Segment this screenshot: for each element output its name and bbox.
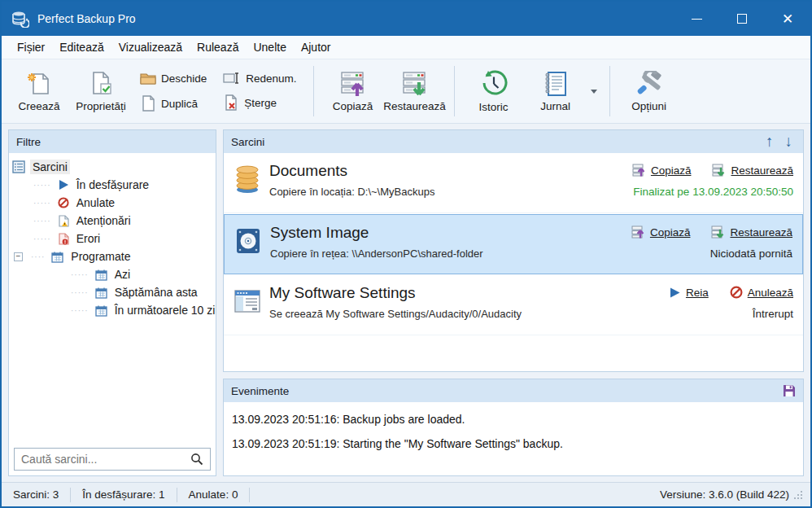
hard-drive-icon	[234, 224, 265, 256]
task-row-my-software-settings[interactable]: My Software Settings Se creează My Softw…	[224, 275, 803, 335]
tree-item-label: Săptămâna asta	[112, 285, 200, 300]
move-up-icon[interactable]: ↑	[766, 133, 774, 151]
task-row-documents[interactable]: Documents Copiere în locația: D:\~\MyBac…	[224, 153, 803, 213]
tree-item-label: Erori	[74, 231, 103, 246]
tree-item-warnings[interactable]: ····· Atenționări	[12, 212, 212, 230]
backup-link[interactable]: Copiază	[632, 164, 692, 177]
restore-mini-icon	[712, 164, 726, 177]
duplicate-button[interactable]: Duplică	[137, 94, 210, 113]
task-row-system-image[interactable]: System Image Copiere în rețea: \\Anderso…	[224, 214, 803, 274]
cancel-link-label: Anulează	[748, 287, 793, 299]
save-events-button[interactable]	[783, 384, 796, 397]
duplicate-button-label: Duplică	[161, 98, 198, 110]
rename-button-label: Redenum.	[246, 72, 296, 85]
tree-item-scheduled[interactable]: − ···· Programate	[12, 247, 212, 265]
tree-connector: ·····	[33, 199, 51, 208]
filters-tree: Sarcini ····· În desfășurare ·····	[9, 153, 216, 443]
task-actions-area: Reia Anulează	[525, 284, 793, 320]
tasks-panel-header: Sarcini ↑ ↓	[224, 130, 803, 153]
delete-button[interactable]: Șterge	[220, 93, 299, 112]
resize-grip[interactable]	[794, 491, 802, 499]
open-button[interactable]: Deschide	[137, 69, 210, 87]
play-icon	[58, 179, 69, 190]
maximize-icon	[737, 14, 747, 24]
resume-link[interactable]: Reia	[669, 287, 709, 299]
tree-connector: ·····	[33, 217, 51, 226]
menu-tools[interactable]: Unelte	[246, 37, 293, 57]
menu-edit[interactable]: Editează	[52, 37, 111, 57]
menu-run[interactable]: Rulează	[190, 37, 246, 57]
history-clock-icon	[480, 70, 508, 98]
restore-link[interactable]: Restaurează	[712, 164, 793, 177]
rename-button[interactable]: Redenum.	[220, 70, 299, 86]
options-button[interactable]: Opțiuni	[618, 64, 680, 119]
events-log[interactable]: 13.09.2023 20:51:16: Backup jobs are loa…	[224, 402, 803, 475]
properties-button[interactable]: Proprietăți	[70, 64, 132, 119]
restore-link[interactable]: Restaurează	[711, 226, 792, 239]
cancel-icon	[730, 286, 743, 299]
close-button[interactable]: ✕	[765, 2, 810, 36]
database-stack-icon	[234, 162, 264, 194]
history-button[interactable]: Istoric	[463, 64, 525, 119]
menu-file[interactable]: Fișier	[10, 37, 52, 57]
tree-connector: ····	[31, 252, 45, 261]
minimize-button[interactable]	[674, 2, 719, 36]
status-cancelled-count: Anulate: 0	[177, 488, 251, 502]
maximize-button[interactable]	[719, 2, 765, 36]
search-icon[interactable]	[190, 453, 203, 466]
minimize-icon	[692, 19, 702, 20]
tree-item-label: În următoarele 10 zile	[112, 303, 216, 318]
chevron-down-icon	[591, 90, 597, 94]
reorder-arrows: ↑ ↓	[766, 133, 796, 151]
duplicate-icon	[140, 95, 156, 112]
open-button-label: Deschide	[161, 72, 207, 85]
backup-server-up-icon	[339, 71, 367, 97]
calendar-icon	[95, 304, 107, 317]
status-version: Versiune: 3.6.0 (Build 422)	[660, 488, 789, 501]
restore-button-label: Restaurează	[383, 100, 446, 112]
restore-button[interactable]: Restaurează	[384, 64, 446, 119]
backup-link-label: Copiază	[651, 164, 692, 177]
journal-dropdown-button[interactable]	[587, 64, 601, 119]
new-task-icon	[26, 71, 52, 97]
main-content: Filtre Sarcini ·····	[2, 124, 810, 482]
error-doc-icon	[58, 233, 69, 245]
restore-link-label: Restaurează	[731, 164, 793, 177]
collapse-expander-icon[interactable]: −	[14, 252, 23, 261]
cancel-link[interactable]: Anulează	[730, 286, 793, 299]
tree-item-running[interactable]: ····· În desfășurare	[12, 176, 212, 194]
search-input[interactable]	[21, 453, 190, 466]
close-icon: ✕	[782, 12, 793, 26]
toolbar-separator	[313, 66, 314, 116]
history-button-label: Istoric	[479, 101, 509, 113]
backup-button[interactable]: Copiază	[322, 64, 384, 119]
task-actions-area: Copiază Restaurează	[525, 162, 793, 198]
restore-server-down-icon	[401, 71, 429, 97]
journal-button[interactable]: Jurnal	[525, 64, 587, 119]
move-down-icon[interactable]: ↓	[785, 133, 793, 151]
tree-item-tasks[interactable]: Sarcini	[12, 158, 212, 176]
toolbar-open-duplicate-group: Deschide Duplică	[137, 64, 210, 119]
cancel-icon	[58, 197, 69, 208]
create-button[interactable]: Creează	[8, 64, 70, 119]
window-title: Perfect Backup Pro	[37, 12, 136, 25]
backup-link-label: Copiază	[650, 226, 691, 239]
menu-help[interactable]: Ajutor	[294, 37, 338, 57]
tree-item-today[interactable]: ····· Azi	[12, 265, 212, 283]
tree-item-next-10-days[interactable]: ····· În următoarele 10 zile	[12, 301, 212, 319]
tree-item-errors[interactable]: ····· Erori	[12, 230, 212, 247]
tree-item-cancelled[interactable]: ····· Anulate	[12, 194, 212, 212]
delete-icon	[223, 94, 239, 111]
task-info: System Image Copiere în rețea: \\Anderso…	[265, 224, 524, 260]
tasks-panel-title: Sarcini	[231, 136, 264, 148]
create-button-label: Creează	[18, 100, 59, 112]
menu-view[interactable]: Vizualizează	[111, 37, 190, 57]
app-logo-icon	[11, 10, 29, 28]
task-title: System Image	[270, 224, 524, 242]
backup-link[interactable]: Copiază	[631, 226, 691, 239]
events-panel-title: Evenimente	[231, 385, 289, 397]
filters-panel-title: Filtre	[16, 136, 41, 148]
backup-mini-icon	[632, 164, 646, 177]
calendar-icon	[95, 287, 107, 299]
tree-item-this-week[interactable]: ····· Săptămâna asta	[12, 283, 212, 301]
